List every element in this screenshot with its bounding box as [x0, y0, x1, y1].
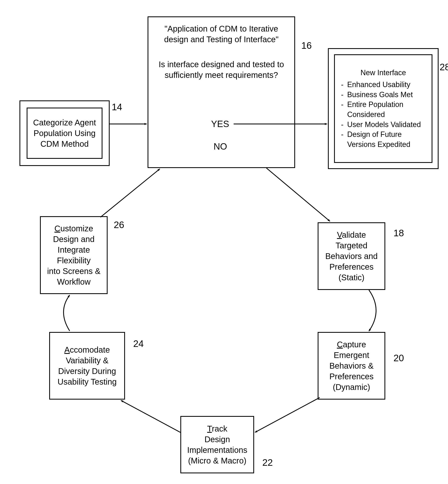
node-22: Track Design Implementations (Micro & Ma… — [180, 416, 254, 473]
diagram-canvas: Categorize Agent Population Using CDM Me… — [0, 0, 448, 484]
node-16-q2: sufficiently meet requirements? — [165, 70, 278, 80]
node-18: Validate Targeted Behaviors and Preferen… — [318, 222, 385, 290]
node-16-yes: YES — [211, 119, 229, 129]
node-14-content: Categorize Agent Population Using CDM Me… — [27, 108, 102, 158]
node-22-l2: Design — [205, 434, 230, 445]
node-28-b2: -Business Goals Met — [341, 90, 413, 100]
node-26-l4: Flexibility — [57, 255, 91, 266]
node-16-title2: design and Testing of Interface" — [164, 34, 279, 45]
node-26-l5: into Screens & — [47, 266, 100, 277]
ref-28: 28 — [440, 62, 448, 72]
node-14-line1: Categorize Agent — [33, 117, 96, 128]
node-24-l4: Usability Testing — [58, 376, 117, 387]
node-28-b5: -Design of Future Versions Expedited — [341, 129, 425, 149]
node-20-l3: Behaviors & — [329, 360, 374, 371]
node-14-inner: Categorize Agent Population Using CDM Me… — [27, 108, 103, 159]
arrow-18-20 — [369, 290, 376, 331]
node-24-l1: Accomodate — [64, 344, 110, 355]
node-20: Capture Emergent Behaviors & Preferences… — [318, 332, 385, 400]
node-28-b3: -Entire Population Considered — [341, 100, 425, 119]
node-28-content: New Interface -Enhanced Usability -Busin… — [335, 55, 432, 162]
node-18-l1: Validate — [337, 230, 366, 240]
node-16-no: NO — [214, 141, 227, 152]
arrow-26-16 — [100, 169, 160, 217]
node-18-l2: Targeted — [336, 240, 368, 251]
node-24-l2: Variability & — [66, 355, 108, 366]
node-22-l4: (Micro & Macro) — [188, 455, 246, 466]
arrow-24-26 — [64, 295, 70, 331]
node-14-line2: Population Using — [34, 128, 96, 139]
node-16-q1: Is interface designed and tested to — [159, 59, 284, 70]
ref-18: 18 — [393, 227, 404, 238]
node-20-l5: (Dynamic) — [333, 382, 370, 392]
node-16-title1: "Application of CDM to Iterative — [165, 23, 278, 34]
node-20-l2: Emergent — [334, 350, 369, 360]
node-28-b1: -Enhanced Usability — [341, 80, 410, 90]
node-28-title: New Interface — [360, 68, 406, 78]
arrow-22-24 — [121, 400, 180, 432]
node-20-l4: Preferences — [329, 371, 374, 382]
node-26-l2: Design and — [53, 234, 95, 245]
ref-26: 26 — [114, 219, 124, 230]
node-28-inner: New Interface -Enhanced Usability -Busin… — [334, 54, 432, 163]
node-24-l3: Diversity During — [58, 366, 116, 376]
ref-20: 20 — [393, 352, 404, 364]
ref-24: 24 — [133, 338, 144, 349]
ref-14: 14 — [112, 102, 122, 112]
node-26-l6: Workflow — [57, 277, 91, 287]
node-18-l4: Preferences — [329, 262, 374, 272]
ref-22: 22 — [262, 457, 273, 468]
node-22-l1: Track — [207, 423, 227, 434]
node-26-l3: Integrate — [58, 245, 90, 255]
node-22-l3: Implementations — [187, 445, 247, 455]
node-20-l1: Capture — [337, 339, 366, 350]
node-26: Customize Design and Integrate Flexibili… — [40, 216, 108, 294]
arrow-20-22 — [255, 397, 320, 432]
node-14-line3: CDM Method — [40, 139, 89, 149]
node-26-l1: Customize — [55, 223, 93, 234]
node-24: Accomodate Variability & Diversity Durin… — [49, 332, 125, 400]
node-18-l3: Behaviors and — [325, 251, 378, 262]
node-18-l5: (Static) — [339, 272, 365, 283]
arrow-16-18 — [266, 168, 330, 221]
node-28-b4: -User Models Validated — [341, 120, 421, 130]
ref-16: 16 — [301, 40, 312, 51]
